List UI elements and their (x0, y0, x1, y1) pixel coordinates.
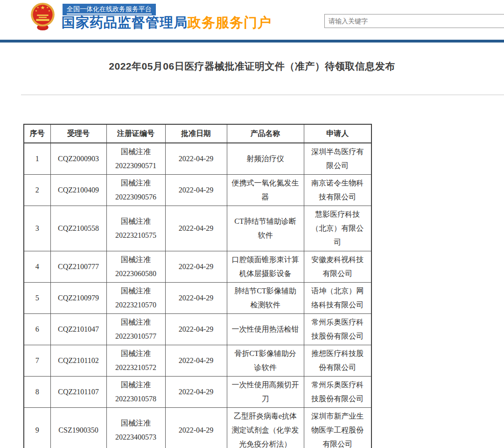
cell-applicant: 安徽麦科视科技有限公司 (304, 251, 371, 283)
reg-cert-number: 20223210575 (110, 228, 162, 242)
reg-cert-prefix: 国械注准 (110, 145, 162, 159)
cell-seq: 1 (24, 143, 50, 175)
header-divider-bar (0, 40, 504, 43)
svg-text:★: ★ (40, 5, 45, 10)
table-header-row: 序号 受理号 注册证编号 批准日期 产品名称 申请人 (24, 124, 371, 143)
col-header-acceptance-no: 受理号 (50, 124, 106, 143)
cell-reg-cert: 国械注准 20223010577 (106, 314, 165, 345)
cell-approval-date: 2022-04-29 (165, 314, 227, 345)
cell-reg-cert: 国械注准 20223060580 (106, 251, 165, 283)
reg-cert-prefix: 国械注准 (110, 416, 162, 430)
table-row: 8 CQZ2101107 国械注准 20223010578 2022-04-29… (24, 377, 371, 408)
cell-applicant: 常州乐奥医疗科技股份有限公司 (304, 314, 371, 345)
cell-seq: 7 (24, 345, 50, 377)
cell-applicant: 慧影医疗科技（北京）有限公司 (304, 206, 371, 251)
site-header: ★ ★ ★ ★ ★ 全国一体化在线政务服务平台 国家药品监督管理局政务服务门户 (0, 0, 504, 40)
national-emblem-icon: ★ ★ ★ ★ ★ (29, 2, 56, 31)
cell-seq: 8 (24, 377, 50, 408)
table-row: 9 CSZ1900350 国械注准 20223400573 2022-04-29… (24, 408, 371, 448)
reg-cert-number: 20223090571 (110, 159, 162, 173)
cell-acceptance-no: CQZ2101102 (50, 345, 106, 377)
page-title: 2022年05月06日医疗器械批准证明文件（准产）待领取信息发布 (0, 60, 504, 73)
approval-table: 序号 受理号 注册证编号 批准日期 产品名称 申请人 1 CQZ2000903 … (23, 124, 372, 448)
reg-cert-prefix: 国械注准 (110, 176, 162, 190)
svg-text:★: ★ (37, 6, 39, 9)
col-header-seq: 序号 (24, 124, 50, 143)
cell-seq: 9 (24, 408, 50, 448)
reg-cert-number: 20223210570 (110, 298, 162, 312)
cell-applicant: 南京诺令生物科技有限公司 (304, 175, 371, 206)
col-header-reg-cert-no: 注册证编号 (106, 124, 165, 143)
cell-reg-cert: 国械注准 20223210575 (106, 206, 165, 251)
site-title: 国家药品监督管理局政务服务门户 (62, 14, 272, 32)
cell-reg-cert: 国械注准 20223210570 (106, 283, 165, 314)
cell-seq: 3 (24, 206, 50, 251)
cell-reg-cert: 国械注准 20223090571 (106, 143, 165, 175)
site-title-primary: 国家药品监督管理局 (62, 15, 188, 30)
table-row: 4 CQZ2100777 国械注准 20223060580 2022-04-29… (24, 251, 371, 283)
table-row: 5 CQZ2100979 国械注准 20223210570 2022-04-29… (24, 283, 371, 314)
svg-text:★: ★ (48, 9, 50, 12)
cell-acceptance-no: CQZ2100409 (50, 175, 106, 206)
cell-seq: 2 (24, 175, 50, 206)
cell-applicant: 语坤（北京）网络科技有限公司 (304, 283, 371, 314)
reg-cert-prefix: 国械注准 (110, 214, 162, 228)
reg-cert-prefix: 国械注准 (110, 253, 162, 267)
cell-acceptance-no: CSZ1900350 (50, 408, 106, 448)
reg-cert-prefix: 国械注准 (110, 347, 162, 361)
cell-product-name: 射频治疗仪 (227, 143, 304, 175)
svg-text:★: ★ (35, 9, 37, 12)
reg-cert-prefix: 国械注准 (110, 315, 162, 329)
col-header-product-name: 产品名称 (227, 124, 304, 143)
table-body: 1 CQZ2000903 国械注准 20223090571 2022-04-29… (24, 143, 371, 448)
reg-cert-prefix: 国械注准 (110, 378, 162, 392)
reg-cert-number: 20223010578 (110, 392, 162, 406)
table-row: 7 CQZ2101102 国械注准 20223210572 2022-04-29… (24, 345, 371, 377)
site-title-secondary: 政务服务门户 (188, 15, 272, 30)
cell-product-name: 便携式一氧化氮发生器 (227, 175, 304, 206)
cell-product-name: 一次性使用高频切开刀 (227, 377, 304, 408)
col-header-applicant: 申请人 (304, 124, 371, 143)
search-input[interactable] (324, 14, 504, 28)
cell-product-name: CT肺结节辅助诊断软件 (227, 206, 304, 251)
cell-approval-date: 2022-04-29 (165, 345, 227, 377)
cell-acceptance-no: CQZ2000903 (50, 143, 106, 175)
cell-applicant: 深圳市新产业生物医学工程股份有限公司 (304, 408, 371, 448)
cell-approval-date: 2022-04-29 (165, 251, 227, 283)
cell-acceptance-no: CQZ2100979 (50, 283, 106, 314)
cell-acceptance-no: CQZ2100558 (50, 206, 106, 251)
cell-acceptance-no: CQZ2101047 (50, 314, 106, 345)
reg-cert-prefix: 国械注准 (110, 284, 162, 298)
page: ★ ★ ★ ★ ★ 全国一体化在线政务服务平台 国家药品监督管理局政务服务门户 … (0, 0, 504, 448)
cell-product-name: 骨折CT影像辅助分诊软件 (227, 345, 304, 377)
cell-applicant: 常州乐奥医疗科技股份有限公司 (304, 377, 371, 408)
cell-applicant: 深圳半岛医疗有限公司 (304, 143, 371, 175)
title-divider (21, 94, 504, 95)
cell-reg-cert: 国械注准 20223090576 (106, 175, 165, 206)
reg-cert-number: 20223010577 (110, 329, 162, 343)
cell-approval-date: 2022-04-29 (165, 143, 227, 175)
table-row: 3 CQZ2100558 国械注准 20223210575 2022-04-29… (24, 206, 371, 251)
table-row: 1 CQZ2000903 国械注准 20223090571 2022-04-29… (24, 143, 371, 175)
cell-product-name: 肺结节CT影像辅助检测软件 (227, 283, 304, 314)
cell-approval-date: 2022-04-29 (165, 408, 227, 448)
cell-approval-date: 2022-04-29 (165, 377, 227, 408)
col-header-approval-date: 批准日期 (165, 124, 227, 143)
cell-acceptance-no: CQZ2101107 (50, 377, 106, 408)
cell-seq: 4 (24, 251, 50, 283)
cell-reg-cert: 国械注准 20223210572 (106, 345, 165, 377)
svg-text:★: ★ (46, 6, 49, 9)
cell-reg-cert: 国械注准 20223400573 (106, 408, 165, 448)
cell-applicant: 推想医疗科技股份有限公司 (304, 345, 371, 377)
reg-cert-number: 20223060580 (110, 267, 162, 281)
cell-product-name: 乙型肝炎病毒e抗体测定试剂盒（化学发光免疫分析法） (227, 408, 304, 448)
cell-product-name: 一次性使用热活检钳 (227, 314, 304, 345)
reg-cert-number: 20223090576 (110, 190, 162, 204)
cell-seq: 5 (24, 283, 50, 314)
cell-acceptance-no: CQZ2100777 (50, 251, 106, 283)
reg-cert-number: 20223400573 (110, 430, 162, 444)
cell-reg-cert: 国械注准 20223010578 (106, 377, 165, 408)
reg-cert-number: 20223210572 (110, 361, 162, 375)
table-row: 2 CQZ2100409 国械注准 20223090576 2022-04-29… (24, 175, 371, 206)
cell-approval-date: 2022-04-29 (165, 206, 227, 251)
